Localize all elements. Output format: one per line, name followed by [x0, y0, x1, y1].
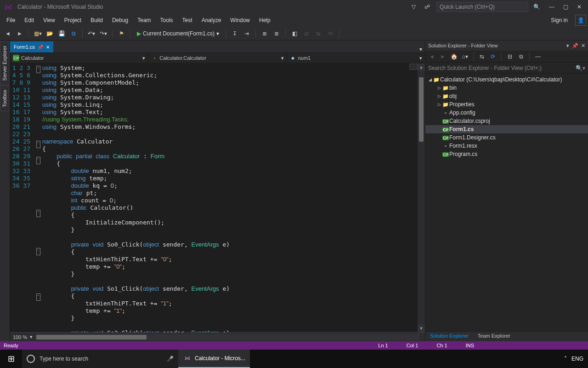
attach-button[interactable]: ⚑ [116, 29, 126, 39]
uncomment-button[interactable]: ≣ [271, 29, 282, 39]
redo-button[interactable]: ↷▾ [98, 29, 108, 39]
se-collapse-button[interactable]: ⊟ [505, 52, 514, 61]
menu-analyze[interactable]: Analyze [197, 15, 226, 25]
windows-taskbar: ⊞ Type here to search 🎤 ⋈ Calculator - M… [0, 350, 588, 368]
tree-item[interactable]: C#Form1.Designer.cs [425, 133, 588, 142]
search-icon[interactable]: 🔍 [533, 4, 540, 10]
nav-class-dropdown[interactable]: ⬨ Calculator.Calculator▾ [148, 53, 287, 63]
zoom-dropdown-icon[interactable]: ▾ [30, 334, 33, 340]
se-back-button[interactable]: ◄ [427, 52, 436, 61]
menu-team[interactable]: Team [133, 15, 155, 25]
panel-close-icon[interactable]: ✕ [581, 43, 585, 49]
open-file-button[interactable]: 📂 [45, 29, 55, 39]
menu-help[interactable]: Help [254, 15, 275, 25]
code-editor[interactable]: 1 2 3 4 5 6 7 8 9 10 11 12 13 14 15 16 1… [10, 63, 425, 332]
quick-launch-input[interactable]: Quick Launch (Ctrl+Q) [436, 2, 528, 12]
se-refresh-button[interactable]: ⟳ [488, 52, 498, 61]
zoom-level[interactable]: 100 % [13, 334, 27, 340]
quick-launch-placeholder: Quick Launch (Ctrl+Q) [440, 4, 495, 10]
solution-explorer-search[interactable]: Search Solution Explorer - Folder View (… [425, 63, 588, 74]
menu-debug[interactable]: Debug [107, 15, 133, 25]
tree-item[interactable]: C#Calculator.csproj [425, 117, 588, 125]
step-into-button[interactable]: ↧ [230, 29, 240, 39]
fold-column[interactable]: −−−−−−− [35, 63, 41, 332]
start-button[interactable]: ⊞ [0, 350, 22, 368]
windows-search-input[interactable]: Type here to search 🎤 [22, 350, 178, 368]
se-properties-button[interactable]: — [533, 52, 543, 61]
menu-tools[interactable]: Tools [156, 15, 178, 25]
mic-icon[interactable]: 🎤 [167, 356, 174, 362]
bookmark-button[interactable]: ◧ [289, 29, 300, 39]
pin-icon[interactable]: 📌 [38, 45, 43, 50]
menu-build[interactable]: Build [86, 15, 107, 25]
save-all-button[interactable]: ⧉ [68, 29, 79, 39]
new-project-button[interactable]: ▦▾ [33, 29, 43, 39]
sign-in-link[interactable]: Sign in [546, 15, 572, 25]
notifications-icon[interactable]: ▽ [409, 2, 418, 12]
tree-item[interactable]: C#Form1.cs [425, 125, 588, 133]
menu-edit[interactable]: Edit [20, 15, 39, 25]
code-content[interactable]: using System; using System.Collections.G… [41, 63, 418, 332]
language-indicator[interactable]: ENG [571, 356, 583, 362]
active-files-dropdown[interactable]: ▾ [417, 46, 425, 52]
tab-solution-explorer[interactable]: Solution Explorer [425, 332, 473, 341]
minimize-button[interactable]: — [545, 1, 559, 12]
document-tab-label: Form1.cs [14, 44, 35, 50]
menu-view[interactable]: View [39, 15, 60, 25]
maximize-button[interactable]: ▢ [559, 1, 572, 12]
search-icon: 🔍▾ [576, 65, 585, 71]
feedback-icon[interactable]: ☍ [423, 2, 432, 12]
tree-item[interactable]: ▷📁obj [425, 92, 588, 100]
close-tab-icon[interactable]: ✕ [46, 45, 50, 50]
tray-chevron-icon[interactable]: ˄ [564, 356, 567, 362]
horizontal-scrollbar[interactable] [35, 334, 419, 340]
se-show-all-button[interactable]: ⧉ [516, 52, 526, 61]
server-explorer-tab[interactable]: Server Explorer [0, 41, 9, 85]
se-sync-button[interactable]: ⇆ [477, 52, 486, 61]
tree-item[interactable]: ▫App.config [425, 109, 588, 117]
user-icon[interactable]: 👤 [575, 15, 586, 26]
tree-item[interactable]: ▷📁bin [425, 84, 588, 92]
start-debug-button[interactable]: ▶ Current Document(Form1.cs) ▾ [134, 30, 222, 37]
scroll-thumb[interactable] [419, 77, 424, 142]
nav-scope-label: Calculator [21, 55, 44, 61]
step-over-button[interactable]: ⇥ [242, 29, 252, 39]
taskbar-app-visual-studio[interactable]: ⋈ Calculator - Micros... [178, 350, 250, 368]
nav-member-dropdown[interactable]: ◆ num1▾ [287, 53, 425, 63]
tree-item[interactable]: ▷📁Properties [425, 100, 588, 109]
undo-button[interactable]: ↶▾ [86, 29, 96, 39]
panel-pin-icon[interactable]: 📌 [572, 43, 578, 49]
split-handle[interactable] [409, 63, 418, 70]
se-home-button[interactable]: 🏠 [449, 52, 458, 61]
toggle-1-button[interactable]: ⇄ [301, 29, 311, 39]
menu-test[interactable]: Test [178, 15, 197, 25]
vertical-scrollbar[interactable]: ▲ ▼ [418, 63, 425, 332]
comment-button[interactable]: ≣ [260, 29, 270, 39]
tree-item[interactable]: ▫Form1.resx [425, 142, 588, 150]
document-tab-form1[interactable]: Form1.cs 📌 ✕ [10, 41, 53, 52]
se-switch-view-button[interactable]: ⌂▾ [460, 52, 469, 61]
toggle-3-button[interactable]: ⟲ [325, 29, 335, 39]
tree-item[interactable]: C#Program.cs [425, 150, 588, 158]
close-button[interactable]: ✕ [572, 1, 586, 12]
nav-scope-dropdown[interactable]: C# Calculator▾ [10, 53, 148, 63]
toggle-2-button[interactable]: ⇆ [313, 29, 323, 39]
se-forward-button[interactable]: ► [438, 52, 447, 61]
toolbox-tab[interactable]: Toolbox [0, 86, 9, 111]
line-number-gutter: 1 2 3 4 5 6 7 8 9 10 11 12 13 14 15 16 1… [10, 63, 35, 332]
system-tray[interactable]: ˄ ENG [560, 356, 588, 362]
nav-back-button[interactable]: ◄ [3, 29, 13, 39]
nav-forward-button[interactable]: ► [15, 29, 25, 39]
menu-window[interactable]: Window [226, 15, 254, 25]
vs-taskbar-icon: ⋈ [183, 354, 192, 363]
menu-file[interactable]: File [2, 15, 20, 25]
scroll-down-icon[interactable]: ▼ [418, 325, 425, 332]
panel-dropdown-icon[interactable]: ▾ [566, 43, 569, 49]
tree-root[interactable]: ◢📁Calculator (C:\Users\qbap\Desktop\C#\C… [425, 75, 588, 84]
solution-tree[interactable]: ◢📁Calculator (C:\Users\qbap\Desktop\C#\C… [425, 74, 588, 331]
menu-project[interactable]: Project [60, 15, 86, 25]
save-button[interactable]: 💾 [57, 29, 67, 39]
tab-team-explorer[interactable]: Team Explorer [473, 332, 515, 341]
vs-logo-icon: ⋈ [2, 0, 15, 13]
scroll-up-icon[interactable]: ▲ [418, 63, 425, 71]
